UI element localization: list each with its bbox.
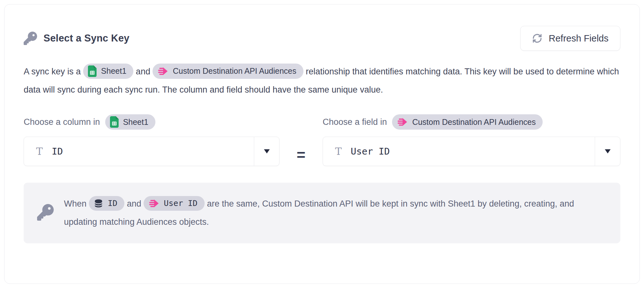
field-key-badge-label: User ID [164,194,197,212]
destination-badge: Custom Destination API Audiences [153,64,303,79]
description-part1: A sync key is a [24,67,81,76]
field-select[interactable]: T User ID [323,137,620,166]
refresh-fields-label: Refresh Fields [549,33,609,44]
card-header: Select a Sync Key Refresh Fields [24,26,620,51]
text-type-icon: T [335,147,342,156]
sync-key-info-text: When ID and [64,195,607,231]
chevron-down-icon [263,149,271,154]
source-badge: Sheet1 [105,114,155,130]
refresh-icon [532,33,542,43]
google-sheets-icon [88,65,97,77]
refresh-fields-button[interactable]: Refresh Fields [520,26,620,51]
sync-key-card: Select a Sync Key Refresh Fields A sync … [4,4,640,284]
field-select-dropdown[interactable] [595,137,620,166]
field-label: Choose a field in Custom Destination API… [323,114,620,130]
sync-key-info-box: When ID and [24,183,620,243]
sync-key-mapping: Choose a column in Sheet1 T ID [24,114,620,166]
destination-badge-label: Custom Destination API Audiences [173,62,296,80]
page-title: Select a Sync Key [43,33,130,44]
source-badge: Sheet1 [83,64,133,79]
key-icon [24,32,37,45]
column-select-value: ID [52,146,63,157]
hightouch-logo-icon [148,198,159,209]
equals-sign: = [279,114,323,166]
hightouch-logo-icon [397,117,408,127]
field-select-value: User ID [351,146,390,157]
source-badge-label: Sheet1 [101,62,126,80]
column-select-dropdown[interactable] [254,137,279,166]
sync-key-description: A sync key is a Sheet1 and Cu [24,63,620,99]
info-and: and [127,199,141,208]
destination-badge-label: Custom Destination API Audiences [412,117,536,127]
title-group: Select a Sync Key [24,32,130,45]
info-part1: When [64,199,87,208]
field-mapping: Choose a field in Custom Destination API… [323,114,620,166]
destination-badge: Custom Destination API Audiences [392,114,543,130]
database-icon [94,199,103,208]
google-sheets-icon [110,116,119,128]
column-key-badge: ID [89,196,124,211]
field-key-badge: User ID [144,196,204,211]
source-badge-label: Sheet1 [123,117,148,127]
hightouch-logo-icon [157,66,168,77]
column-label-text: Choose a column in [24,117,100,127]
key-icon [37,204,54,222]
description-and: and [136,67,150,76]
column-mapping: Choose a column in Sheet1 T ID [24,114,279,166]
chevron-down-icon [604,149,611,154]
text-type-icon: T [36,147,43,156]
column-label: Choose a column in Sheet1 [24,114,279,130]
column-select[interactable]: T ID [24,137,279,166]
field-label-text: Choose a field in [323,117,387,127]
column-key-badge-label: ID [108,194,117,212]
